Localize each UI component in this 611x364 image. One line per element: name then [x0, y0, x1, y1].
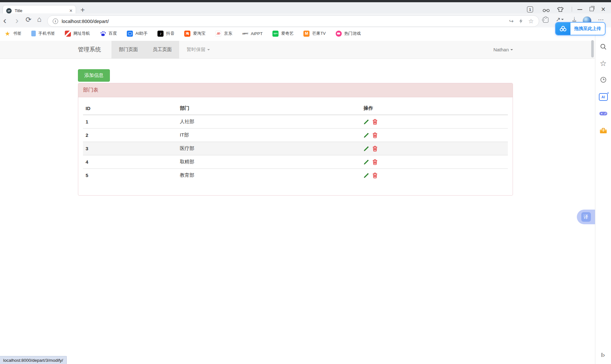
ai-assistant-icon — [127, 31, 133, 37]
address-bar[interactable]: i localhost:8000/depart/ ↪ ☆ — [47, 15, 539, 27]
tab-favicon — [6, 8, 12, 14]
refresh-icon[interactable]: ⟳ — [26, 16, 31, 24]
forward-icon[interactable]: › — [15, 15, 19, 26]
table-row: 1 人社部 — [83, 115, 508, 129]
home-icon[interactable]: ⌂ — [37, 15, 42, 24]
bookmark-item[interactable]: 网址导航 — [65, 31, 90, 37]
caret-down-icon — [510, 49, 513, 50]
history-clock-icon[interactable] — [600, 77, 607, 83]
table-row: 4 取精部 — [83, 155, 508, 169]
download-icon[interactable]: ↓ — [572, 16, 576, 21]
delete-trash-icon[interactable] — [372, 119, 378, 125]
add-info-button[interactable]: 添加信息 — [78, 69, 110, 82]
edit-pencil-icon[interactable] — [363, 133, 369, 138]
translate-button[interactable]: 译 — [577, 210, 595, 224]
cell-department: 人社部 — [177, 115, 361, 129]
bookmark-item[interactable]: AI助手 — [127, 31, 148, 37]
search-icon[interactable] — [600, 43, 607, 50]
edit-pencil-icon[interactable] — [363, 173, 369, 178]
bookmark-item[interactable]: 百度 — [100, 31, 117, 37]
netdisk-logo-icon — [556, 23, 570, 35]
table-row: 3 医疗部 — [83, 142, 508, 155]
cell-actions — [361, 129, 508, 142]
bookmark-item[interactable]: ♪ 抖音 — [157, 31, 174, 37]
table-row: 5 教育部 — [83, 169, 508, 182]
navbar-tabs: 部门页面 员工页面 暂时保留 — [111, 41, 217, 58]
new-tab-button[interactable]: + — [80, 5, 85, 14]
cell-id: 2 — [83, 129, 177, 142]
tab-strip: Title × + 1 × — [0, 2, 611, 13]
department-panel: 部门表 ID 部门 操作 1 人社部 — [78, 83, 513, 196]
table-header-department: 部门 — [177, 102, 361, 115]
bookmark-item[interactable]: 手机书签 — [31, 31, 55, 36]
navbar-brand[interactable]: 管理系统 — [78, 41, 101, 58]
douyin-icon: ♪ — [157, 31, 164, 37]
nav-item-department[interactable]: 部门页面 — [111, 41, 145, 58]
nav-item-employee[interactable]: 员工页面 — [145, 41, 179, 58]
favorites-star-icon[interactable]: ☆ — [600, 59, 607, 68]
maximize-restore-icon[interactable] — [590, 7, 594, 11]
bookmark-star-icon[interactable]: ☆ — [528, 18, 534, 25]
bookmark-item[interactable]: ★ 书签 — [4, 31, 21, 37]
nav-item-reserved-dropdown[interactable]: 暂时保留 — [179, 41, 217, 58]
cell-department: 医疗部 — [177, 142, 361, 155]
status-link-preview: localhost:8000/depart/3/modify/ — [0, 356, 67, 364]
table-header-id: ID — [83, 102, 177, 115]
table-row: 2 IT部 — [83, 129, 508, 142]
theme-shirt-icon[interactable] — [557, 7, 564, 12]
cell-id: 1 — [83, 115, 177, 129]
bookmark-item[interactable]: AIPPT AiPPT — [242, 31, 263, 37]
window-divider — [572, 7, 572, 12]
lightning-icon[interactable] — [519, 19, 523, 24]
gamepad-icon[interactable] — [599, 111, 607, 116]
glasses-icon[interactable] — [542, 7, 550, 12]
extensions-puzzle-icon[interactable] — [543, 17, 548, 23]
bookmark-item[interactable]: iQIYI 爱奇艺 — [272, 31, 294, 37]
share-icon[interactable]: ↪ — [509, 18, 514, 25]
page-info-icon[interactable]: i — [53, 19, 58, 24]
cell-actions — [361, 155, 508, 169]
toolbox-icon[interactable] — [600, 128, 607, 134]
delete-trash-icon[interactable] — [372, 173, 378, 178]
collapse-panel-icon[interactable]: › — [601, 353, 605, 357]
cell-actions — [361, 169, 508, 182]
bookmark-item[interactable]: 热门游戏 — [336, 31, 361, 37]
phone-bookmark-icon — [31, 31, 36, 36]
back-icon[interactable]: ‹ — [3, 15, 6, 26]
upload-label: 拖拽至此上传 — [570, 26, 605, 32]
bookmark-item[interactable]: 淘 爱淘宝 — [184, 31, 205, 37]
user-menu[interactable]: Nathan — [493, 41, 513, 58]
tab-close-icon[interactable]: × — [69, 8, 73, 13]
delete-trash-icon[interactable] — [372, 132, 378, 138]
table-header-actions: 操作 — [361, 102, 508, 115]
minimize-icon[interactable] — [577, 9, 582, 10]
delete-trash-icon[interactable] — [372, 146, 378, 152]
upload-dropzone[interactable]: 拖拽至此上传 — [555, 22, 606, 35]
bookmark-item[interactable]: JD 京东 — [215, 31, 232, 37]
iqiyi-icon: iQIYI — [272, 31, 279, 37]
panel-title: 部门表 — [78, 83, 513, 97]
delete-trash-icon[interactable] — [372, 159, 378, 165]
hot-games-icon — [336, 31, 342, 37]
edit-pencil-icon[interactable] — [363, 160, 369, 165]
cell-department: 取精部 — [177, 155, 361, 169]
panel-body: ID 部门 操作 1 人社部 — [78, 97, 513, 195]
site-nav-icon — [65, 31, 71, 37]
tab-count-icon[interactable]: 1 — [527, 6, 533, 12]
edit-pencil-icon[interactable] — [363, 146, 369, 152]
window-frame-edge — [0, 0, 611, 2]
app-navbar: 管理系统 部门页面 员工页面 暂时保留 Nathan — [0, 41, 595, 59]
bookmark-item[interactable]: M 芒果TV — [303, 31, 326, 37]
scrollbar-thumb[interactable] — [591, 40, 594, 57]
edit-pencil-icon[interactable] — [363, 119, 369, 125]
taobao-icon: 淘 — [184, 31, 190, 37]
close-icon[interactable]: × — [601, 5, 605, 14]
mgtv-icon: M — [303, 31, 309, 37]
url-text[interactable]: localhost:8000/depart/ — [62, 19, 109, 24]
department-table-body: 1 人社部 — [83, 115, 508, 182]
cell-id: 4 — [83, 155, 177, 169]
ai-panel-icon[interactable]: AI — [599, 93, 608, 101]
cell-id: 3 — [83, 142, 177, 155]
jd-icon: JD — [215, 31, 221, 37]
cell-actions — [361, 115, 508, 129]
